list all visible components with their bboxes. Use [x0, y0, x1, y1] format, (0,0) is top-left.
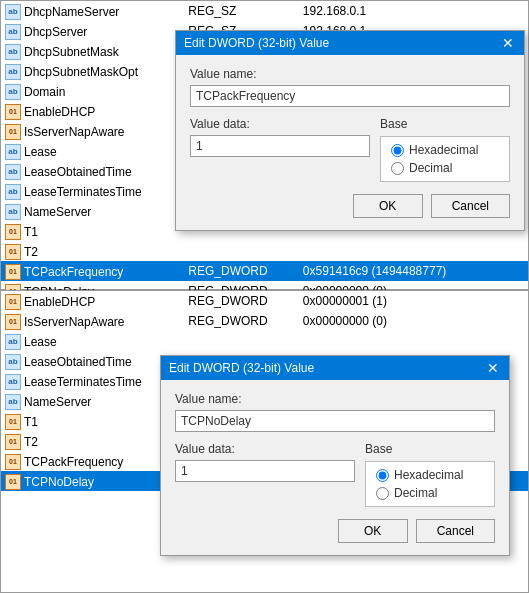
dialog-bottom-ok-button[interactable]: OK [338, 519, 408, 543]
dialog-top-ok-button[interactable]: OK [353, 194, 423, 218]
dialog-top-hex-radio[interactable] [391, 144, 404, 157]
table-row[interactable]: ab DhcpNameServer REG_SZ 192.168.0.1 [1, 1, 528, 21]
dialog-bottom-value-name-input[interactable] [175, 410, 495, 432]
reg-entry-name: T2 [24, 435, 38, 449]
reg-name-cell: ab NameServer [1, 391, 184, 411]
dialog-bottom-dec-option[interactable]: Decimal [376, 486, 484, 500]
reg-entry-name: Domain [24, 85, 65, 99]
dialog-top-body: Value name: Value data: Base Hexadecimal… [176, 55, 524, 230]
dialog-top-cancel-button[interactable]: Cancel [431, 194, 510, 218]
reg-name-cell: ab Domain [1, 81, 184, 101]
reg-entry-name: T2 [24, 245, 38, 259]
dialog-top-hex-option[interactable]: Hexadecimal [391, 143, 499, 157]
dialog-bottom-hex-option[interactable]: Hexadecimal [376, 468, 484, 482]
reg-entry-name: Lease [24, 335, 57, 349]
dialog-bottom: Edit DWORD (32-bit) Value ✕ Value name: … [160, 355, 510, 556]
reg-entry-name: Lease [24, 145, 57, 159]
reg-name-cell: 0‌1 T1 [1, 411, 184, 431]
ab-icon: ab [5, 164, 21, 180]
reg-type-cell: REG_SZ [184, 1, 299, 21]
reg-entry-name: TCPackFrequency [24, 265, 123, 279]
table-row[interactable]: 0‌1 T2 [1, 241, 528, 261]
reg-entry-name: IsServerNapAware [24, 125, 125, 139]
reg-name-cell: ab DhcpSubnetMask [1, 41, 184, 61]
table-row[interactable]: 0‌1 TCPackFrequency REG_DWORD 0x591416c9… [1, 261, 528, 281]
dialog-bottom-dec-radio[interactable] [376, 487, 389, 500]
dialog-top-value-section: Value data: [190, 117, 370, 167]
reg-name-cell: 0‌1 T2 [1, 431, 184, 451]
ab-icon: ab [5, 374, 21, 390]
dword-icon: 0‌1 [5, 264, 21, 280]
reg-name-cell: ab DhcpServer [1, 21, 184, 41]
ab-icon: ab [5, 184, 21, 200]
dialog-bottom-hex-radio[interactable] [376, 469, 389, 482]
dialog-top-dec-option[interactable]: Decimal [391, 161, 499, 175]
reg-entry-name: IsServerNapAware [24, 315, 125, 329]
reg-name-cell: 0‌1 IsServerNapAware [1, 311, 184, 331]
ab-icon: ab [5, 204, 21, 220]
dialog-bottom-dec-label: Decimal [394, 486, 437, 500]
reg-entry-name: NameServer [24, 395, 91, 409]
dialog-bottom-close[interactable]: ✕ [485, 361, 501, 375]
dialog-top-close[interactable]: ✕ [500, 36, 516, 50]
reg-name-cell: ab LeaseObtainedTime [1, 161, 184, 181]
table-row[interactable]: 0‌1 IsServerNapAware REG_DWORD 0x0000000… [1, 311, 528, 331]
reg-name-cell: ab DhcpSubnetMaskOpt [1, 61, 184, 81]
dialog-bottom-value-data-input[interactable] [175, 460, 355, 482]
dialog-top-titlebar: Edit DWORD (32-bit) Value ✕ [176, 31, 524, 55]
dialog-top: Edit DWORD (32-bit) Value ✕ Value name: … [175, 30, 525, 231]
dword-icon: 0‌1 [5, 454, 21, 470]
reg-name-cell: 0‌1 T2 [1, 241, 184, 261]
dialog-bottom-value-section: Value data: [175, 442, 355, 492]
dialog-top-value-data-label: Value data: [190, 117, 370, 131]
reg-entry-name: T1 [24, 225, 38, 239]
dialog-bottom-base-label: Base [365, 442, 495, 456]
reg-entry-name: LeaseTerminatesTime [24, 185, 142, 199]
dialog-top-value-name-input[interactable] [190, 85, 510, 107]
dword-icon: 0‌1 [5, 314, 21, 330]
dialog-top-hex-label: Hexadecimal [409, 143, 478, 157]
table-row[interactable]: ab Lease [1, 331, 528, 351]
dialog-bottom-data-row: Value data: Base Hexadecimal Decimal [175, 442, 495, 507]
dialog-bottom-title: Edit DWORD (32-bit) Value [169, 361, 314, 375]
reg-name-cell: 0‌1 T1 [1, 221, 184, 241]
reg-name-cell: ab Lease [1, 331, 184, 351]
reg-entry-name: T1 [24, 415, 38, 429]
reg-type-cell: REG_DWORD [184, 311, 299, 331]
reg-entry-name: LeaseObtainedTime [24, 355, 132, 369]
reg-entry-name: TCPNoDelay [24, 475, 94, 489]
dialog-top-base-label: Base [380, 117, 510, 131]
reg-name-cell: 0‌1 TCPackFrequency [1, 261, 184, 281]
dialog-top-base-section: Base Hexadecimal Decimal [380, 117, 510, 182]
reg-type-cell: REG_DWORD [184, 291, 299, 311]
reg-entry-name: DhcpSubnetMaskOpt [24, 65, 138, 79]
reg-type-cell: REG_DWORD [184, 261, 299, 281]
dialog-bottom-cancel-button[interactable]: Cancel [416, 519, 495, 543]
ab-icon: ab [5, 334, 21, 350]
dword-icon: 0‌1 [5, 294, 21, 310]
dialog-top-dec-radio[interactable] [391, 162, 404, 175]
reg-type-cell [184, 241, 299, 261]
ab-icon: ab [5, 24, 21, 40]
reg-name-cell: ab LeaseObtainedTime [1, 351, 184, 371]
reg-name-cell: ab LeaseTerminatesTime [1, 181, 184, 201]
ab-icon: ab [5, 84, 21, 100]
dialog-top-buttons: OK Cancel [190, 194, 510, 218]
reg-name-cell: 0‌1 EnableDHCP [1, 291, 184, 311]
dialog-bottom-body: Value name: Value data: Base Hexadecimal… [161, 380, 509, 555]
reg-value-cell: 0x00000001 (1) [299, 291, 528, 311]
dword-icon: 0‌1 [5, 434, 21, 450]
dialog-top-value-name-label: Value name: [190, 67, 510, 81]
reg-name-cell: ab DhcpNameServer [1, 1, 184, 21]
reg-name-cell: ab LeaseTerminatesTime [1, 371, 184, 391]
reg-value-cell: 0x00000000 (0) [299, 311, 528, 331]
ab-icon: ab [5, 44, 21, 60]
dialog-bottom-buttons: OK Cancel [175, 519, 495, 543]
dialog-bottom-value-name-label: Value name: [175, 392, 495, 406]
dialog-top-value-data-input[interactable] [190, 135, 370, 157]
reg-name-cell: 0‌1 EnableDHCP [1, 101, 184, 121]
reg-entry-name: LeaseTerminatesTime [24, 375, 142, 389]
reg-value-cell [299, 331, 528, 351]
reg-entry-name: LeaseObtainedTime [24, 165, 132, 179]
table-row[interactable]: 0‌1 EnableDHCP REG_DWORD 0x00000001 (1) [1, 291, 528, 311]
